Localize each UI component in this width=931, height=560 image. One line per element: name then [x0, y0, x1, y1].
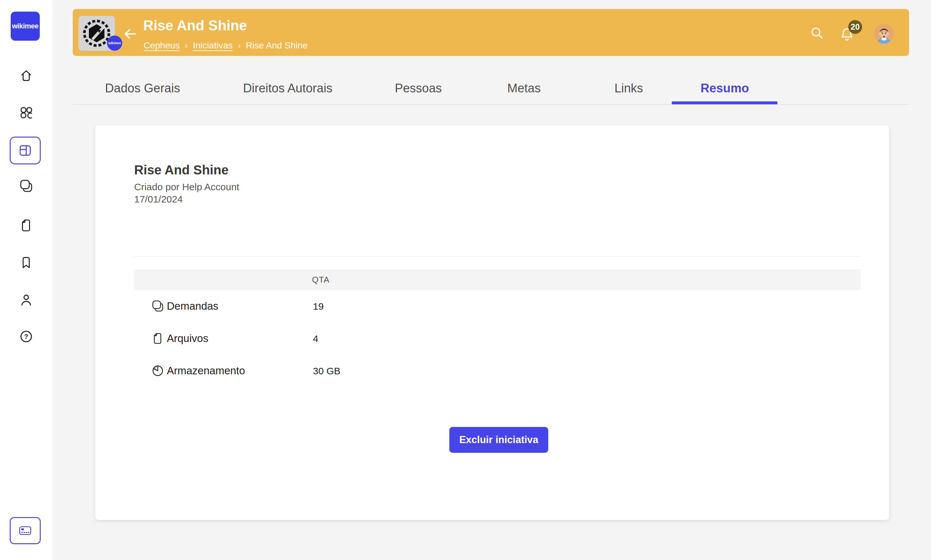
card-icon	[18, 523, 32, 538]
active-tab-indicator	[672, 102, 777, 104]
table-row-demandas: Demandas 19	[134, 290, 860, 322]
row-label: Demandas	[167, 300, 219, 312]
brand-logo[interactable]: wikimee	[11, 12, 40, 41]
page-title: Rise And Shine	[143, 17, 247, 34]
row-qty: 4	[313, 333, 318, 344]
row-label: Arquivos	[167, 332, 208, 345]
breadcrumb-separator: ›	[185, 41, 188, 51]
tab-links[interactable]: Links	[614, 82, 643, 95]
page-header: wikimee Rise And Shine Cepheus › Iniciat…	[73, 9, 909, 56]
row-qty: 19	[313, 301, 324, 312]
delete-initiative-button[interactable]: Excluir iniciativa	[449, 427, 548, 453]
arrow-left-icon	[122, 26, 138, 42]
categories-icon	[19, 105, 34, 120]
table-row-armazenamento: Armazenamento 30 GB	[134, 355, 860, 387]
tab-dados-gerais[interactable]: Dados Gerais	[105, 82, 180, 95]
svg-text:?: ?	[24, 332, 28, 340]
notification-count-badge[interactable]: 20	[848, 20, 862, 34]
tab-metas[interactable]: Metas	[507, 82, 540, 95]
tab-pessoas[interactable]: Pessoas	[395, 82, 442, 95]
tab-direitos-autorais[interactable]: Direitos Autorais	[243, 82, 333, 95]
help-icon: ?	[19, 329, 34, 344]
created-by-text: Criado por Help Account	[134, 182, 239, 192]
initiative-title: Rise And Shine	[134, 163, 229, 177]
sidebar-item-home[interactable]	[0, 68, 52, 83]
row-label: Armazenamento	[167, 365, 245, 377]
demands-icon	[151, 299, 165, 313]
demands-icon	[19, 178, 34, 194]
search-icon[interactable]	[809, 25, 824, 41]
user-avatar[interactable]	[874, 24, 894, 44]
table-row-arquivos: Arquivos 4	[134, 322, 860, 355]
row-qty: 30 GB	[313, 366, 340, 377]
org-wikimee-badge: wikimee	[107, 35, 122, 51]
breadcrumb-link-cepheus[interactable]: Cepheus	[144, 40, 180, 51]
sidebar-item-bookmarks[interactable]	[0, 255, 52, 270]
sidebar-item-demands[interactable]	[0, 178, 52, 194]
breadcrumb: Cepheus › Iniciativas › Rise And Shine	[144, 40, 308, 51]
app-root: wikimee	[0, 0, 931, 560]
breadcrumb-separator: ›	[238, 41, 241, 51]
sidebar-item-categories[interactable]	[0, 105, 52, 120]
file-icon	[151, 332, 165, 345]
qty-column-header: QTA	[312, 275, 330, 285]
sidebar: wikimee	[0, 0, 52, 560]
files-icon	[19, 218, 34, 233]
avatar-image	[874, 24, 894, 44]
bookmark-icon	[19, 255, 34, 270]
home-icon	[19, 68, 34, 83]
breadcrumb-link-iniciativas[interactable]: Iniciativas	[193, 40, 233, 51]
tabs-divider	[73, 104, 909, 105]
sidebar-item-billing[interactable]	[10, 517, 41, 544]
initiatives-layout-icon	[18, 143, 32, 158]
breadcrumb-current: Rise And Shine	[245, 40, 307, 51]
summary-table-header: QTA	[134, 269, 860, 290]
created-date: 17/01/2024	[134, 194, 183, 205]
tab-resumo[interactable]: Resumo	[701, 82, 749, 95]
sidebar-item-initiatives[interactable]	[10, 137, 41, 165]
sidebar-item-help[interactable]: ?	[0, 329, 52, 344]
summary-card: Rise And Shine Criado por Help Account 1…	[95, 125, 889, 520]
sidebar-item-profile[interactable]	[0, 292, 52, 308]
profile-icon	[19, 292, 34, 308]
back-button[interactable]	[122, 26, 139, 42]
sidebar-item-files[interactable]	[0, 218, 52, 233]
storage-pie-icon	[151, 364, 165, 377]
